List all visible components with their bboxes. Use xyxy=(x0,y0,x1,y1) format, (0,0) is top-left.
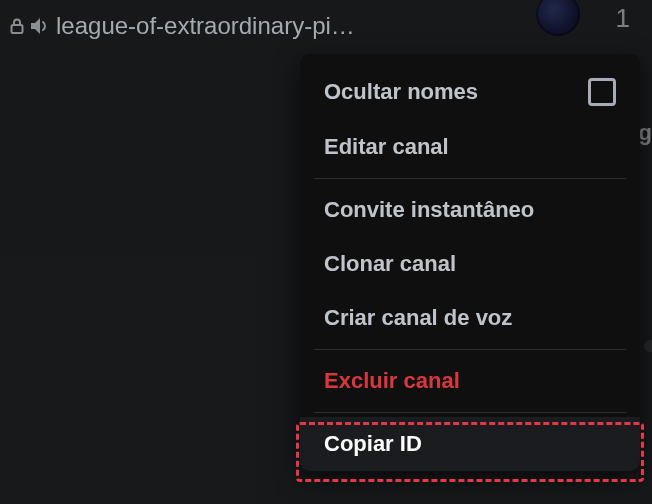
menu-create-voice[interactable]: Criar canal de voz xyxy=(300,291,640,345)
menu-delete-channel[interactable]: Excluir canal xyxy=(300,354,640,408)
channel-context-menu: Ocultar nomes Editar canal Convite insta… xyxy=(300,54,640,471)
menu-label: Copiar ID xyxy=(324,431,422,457)
menu-separator xyxy=(314,412,626,413)
checkbox-icon[interactable] xyxy=(588,78,616,106)
menu-label: Clonar canal xyxy=(324,251,456,277)
menu-label: Criar canal de voz xyxy=(324,305,512,331)
lock-icon xyxy=(10,18,24,34)
menu-copy-id[interactable]: Copiar ID xyxy=(300,417,640,471)
svg-rect-0 xyxy=(12,25,23,33)
menu-clone-channel[interactable]: Clonar canal xyxy=(300,237,640,291)
menu-label: Excluir canal xyxy=(324,368,460,394)
menu-instant-invite[interactable]: Convite instantâneo xyxy=(300,183,640,237)
menu-label: Convite instantâneo xyxy=(324,197,534,223)
menu-label: Ocultar nomes xyxy=(324,79,478,105)
menu-label: Editar canal xyxy=(324,134,449,160)
menu-separator xyxy=(314,178,626,179)
menu-edit-channel[interactable]: Editar canal xyxy=(300,120,640,174)
menu-hide-names[interactable]: Ocultar nomes xyxy=(300,64,640,120)
speaker-icon xyxy=(28,14,52,38)
channel-name: league-of-extraordinary-pi… xyxy=(56,12,355,40)
channel-header[interactable]: league-of-extraordinary-pi… xyxy=(10,12,355,40)
menu-separator xyxy=(314,349,626,350)
